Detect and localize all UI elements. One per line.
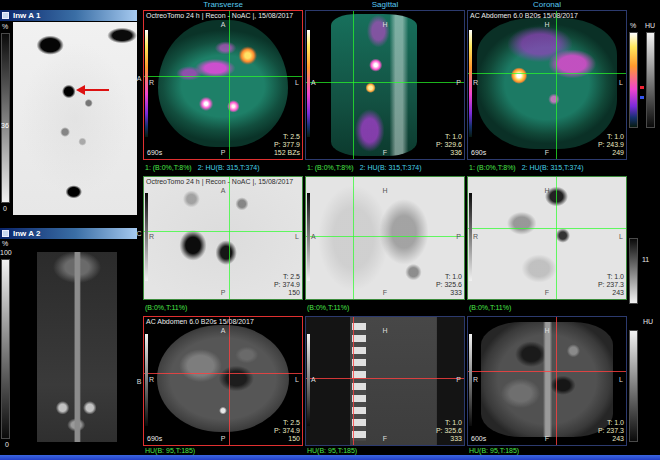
nm-lut-bar[interactable]: [307, 193, 310, 281]
crosshair-horizontal[interactable]: [468, 228, 626, 229]
left-colorbar-2[interactable]: [1, 259, 10, 439]
ct-lut-bar[interactable]: [307, 334, 310, 426]
orientation-bottom: P: [221, 149, 226, 157]
crosshair-vertical[interactable]: [229, 11, 230, 159]
crosshair-vertical[interactable]: [353, 11, 354, 159]
column-header-sagittal: Sagittal: [305, 0, 465, 9]
acquisition-time: 600s: [471, 435, 486, 443]
right-top-hu-label: HU: [645, 22, 655, 29]
thickness-value: T: 1.0: [598, 273, 624, 281]
column-header-coronal: Coronal: [467, 0, 627, 9]
crosshair-vertical[interactable]: [556, 317, 557, 445]
colorbar-upper-marker[interactable]: [640, 86, 644, 89]
orientation-left: R: [149, 376, 154, 384]
orientation-top: H: [544, 327, 549, 335]
orientation-bottom: F: [545, 435, 549, 443]
series-header: AC Abdomen 6.0 B20s 15/08/2017: [146, 318, 254, 326]
nm-lut-bar[interactable]: [145, 193, 148, 281]
left-scale1-unit: %: [2, 23, 8, 30]
child-window-1-titlebar[interactable]: Inw A 1: [0, 10, 137, 21]
viewport-ct-sagittal[interactable]: H F A P T: 1.0 P: 325.6 333: [305, 316, 465, 446]
cursor-values: T: 2.5 P: 374.9 150: [274, 273, 300, 297]
left-colorbar-1[interactable]: [1, 33, 10, 203]
ct-lut-bar[interactable]: [469, 334, 472, 426]
thickness-value: T: 2.5: [274, 133, 300, 141]
crosshair-vertical[interactable]: [556, 177, 557, 299]
viewport-nm-coronal[interactable]: H F R L T: 1.0 P: 237.3 243: [467, 176, 627, 300]
viewport-ct-coronal[interactable]: H F R L 600s T: 1.0 P: 237.3 243: [467, 316, 627, 446]
ct-threshold: 2: HU(B: 315,T:374): [198, 164, 260, 171]
orientation-bottom: F: [383, 435, 387, 443]
count-value: 243: [598, 289, 624, 297]
annotation-arrow-head: [76, 85, 85, 95]
viewport-fused-coronal[interactable]: AC Abdomen 6.0 B20s 15/08/2017 H F R L 6…: [467, 10, 627, 160]
crosshair-vertical[interactable]: [353, 317, 354, 445]
fused-sagittal-image: [331, 14, 416, 156]
crosshair-horizontal[interactable]: [306, 236, 464, 237]
orientation-right: L: [295, 79, 299, 87]
cursor-values: T: 2.5 P: 374.9 150: [274, 419, 300, 443]
nm-threshold: 1: (B:0%,T:8%): [145, 164, 192, 171]
right-mid-value: 11: [642, 256, 649, 263]
crosshair-vertical[interactable]: [229, 177, 230, 299]
child-window-2-titlebar[interactable]: Inw A 2: [0, 228, 137, 239]
orientation-top: H: [544, 187, 549, 195]
fused-lut-bar[interactable]: [145, 30, 148, 137]
crosshair-horizontal[interactable]: [306, 82, 464, 83]
position-value: P: 329.6: [436, 141, 462, 149]
ct-lut-bar[interactable]: [145, 334, 148, 426]
right-ct-colorbar-bottom[interactable]: [629, 330, 638, 442]
position-value: P: 237.3: [598, 427, 624, 435]
viewport-nm-transverse[interactable]: OctreoTomo 24 h | Recon - NoAC |, 15/08/…: [143, 176, 303, 300]
position-value: P: 374.9: [274, 281, 300, 289]
crosshair-horizontal[interactable]: [468, 73, 626, 74]
window-icon[interactable]: [2, 12, 9, 19]
nm-lut-bar[interactable]: [469, 193, 472, 281]
cursor-values: T: 1.0 P: 237.3 243: [598, 419, 624, 443]
orientation-bottom: F: [383, 149, 387, 157]
planar-scintigram-image[interactable]: [13, 22, 137, 215]
window-icon[interactable]: [2, 230, 9, 237]
orientation-left: R: [473, 376, 478, 384]
threshold-label-ct-transverse: HU(B: 95,T:185): [145, 447, 195, 454]
row-label-b: B: [135, 378, 143, 385]
position-value: P: 243.9: [598, 141, 624, 149]
crosshair-vertical[interactable]: [556, 11, 557, 159]
cursor-values: T: 1.0 P: 243.9 249: [598, 133, 624, 157]
orientation-top: H: [382, 21, 387, 29]
left-scale1-mid: 36: [1, 122, 9, 129]
crosshair-horizontal[interactable]: [144, 231, 302, 232]
orientation-left: R: [473, 79, 478, 87]
colorbar-lower-marker[interactable]: [640, 96, 644, 99]
viewport-fused-transverse[interactable]: OctreoTomo 24 h | Recon - NoAC |, 15/08/…: [143, 10, 303, 160]
cursor-values: T: 1.0 P: 329.6 336: [436, 133, 462, 157]
position-value: P: 325.6: [436, 427, 462, 435]
series-header: OctreoTomo 24 h | Recon - NoAC |, 15/08/…: [146, 12, 293, 20]
orientation-right: L: [295, 376, 299, 384]
crosshair-horizontal[interactable]: [144, 373, 302, 374]
crosshair-horizontal[interactable]: [306, 378, 464, 379]
right-nm-colorbar[interactable]: [629, 238, 638, 304]
fused-lut-bar[interactable]: [469, 30, 472, 137]
orientation-right: P: [456, 376, 461, 384]
viewport-fused-sagittal[interactable]: H F A P T: 1.0 P: 329.6 336: [305, 10, 465, 160]
orientation-right: L: [619, 79, 623, 87]
orientation-left: R: [149, 79, 154, 87]
crosshair-horizontal[interactable]: [468, 371, 626, 372]
orientation-right: P: [456, 79, 461, 87]
viewport-nm-sagittal[interactable]: H F A P T: 1.0 P: 325.6 333: [305, 176, 465, 300]
viewport-ct-transverse[interactable]: AC Abdomen 6.0 B20s 15/08/2017 A P R L 6…: [143, 316, 303, 446]
count-value: 333: [436, 289, 462, 297]
orientation-left: A: [311, 79, 316, 87]
right-fused-colorbar[interactable]: [629, 32, 638, 128]
fused-lut-bar[interactable]: [307, 30, 310, 137]
right-low-hu-label: HU: [643, 318, 653, 325]
orientation-bottom: F: [545, 289, 549, 297]
crosshair-horizontal[interactable]: [144, 76, 302, 77]
crosshair-vertical[interactable]: [229, 317, 230, 445]
right-ct-colorbar-top[interactable]: [646, 32, 655, 128]
crosshair-vertical[interactable]: [353, 177, 354, 299]
ct-coronal-thumbnail-viewport[interactable]: [13, 240, 137, 452]
orientation-right: L: [295, 233, 299, 241]
ct-threshold: 2: HU(B: 315,T:374): [360, 164, 422, 171]
